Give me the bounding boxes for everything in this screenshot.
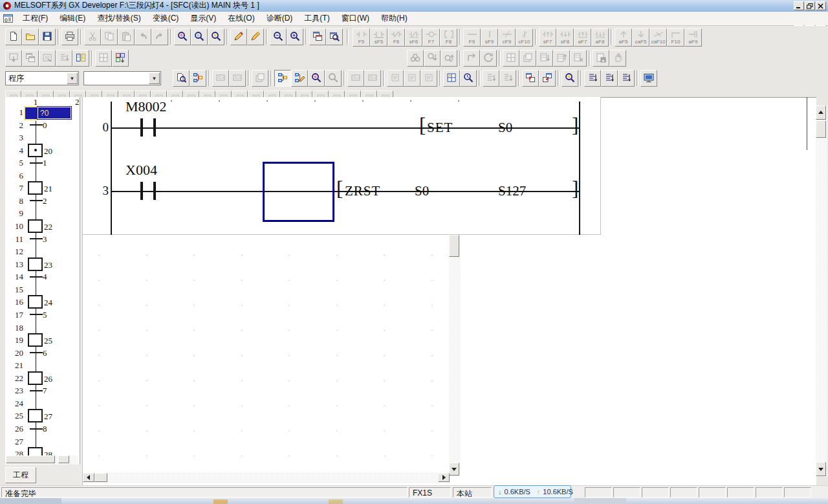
contact-label[interactable]: M8002 <box>125 98 167 115</box>
sfc-transition[interactable] <box>30 314 43 315</box>
sfc-transition[interactable] <box>30 428 43 430</box>
hscroll-left-button[interactable] <box>83 473 94 482</box>
sfc-display-button[interactable] <box>190 70 206 87</box>
sfc-transition[interactable] <box>30 238 43 239</box>
sfc-transition[interactable] <box>30 276 43 278</box>
sfc-symbol-button-9[interactable] <box>151 91 167 97</box>
device-grid-button[interactable] <box>503 50 519 67</box>
sfc-symbol-button-15[interactable] <box>248 91 264 97</box>
print-button[interactable] <box>61 28 78 45</box>
sfc-step-box[interactable] <box>28 257 43 271</box>
network-speed-widget[interactable]: ↓ 0.6KB/S ↑ 10.6KB/S <box>494 485 571 498</box>
ladder-symbol-sF5-button[interactable]: sF5 <box>370 28 387 47</box>
comment-display-button[interactable] <box>173 70 190 87</box>
sfc-step-box[interactable] <box>28 371 43 385</box>
monitor-find-button[interactable] <box>308 70 325 87</box>
sfc-symbol-button-18[interactable] <box>296 91 312 97</box>
menu-item-9[interactable]: 帮助(H) <box>375 11 413 26</box>
ladder-symbol-aF9-button[interactable]: aF9 <box>684 28 702 47</box>
menu-item-3[interactable]: 变换(C) <box>147 11 185 26</box>
sfc-transition[interactable] <box>30 352 43 353</box>
project-find-button[interactable] <box>326 28 343 45</box>
sfc-symbol-button-22[interactable] <box>361 91 377 97</box>
restore-button[interactable] <box>805 1 815 10</box>
sort-coil-button[interactable] <box>499 70 516 87</box>
ladder-symbol-F9-button[interactable]: F9 <box>463 28 481 47</box>
sfc-symbol-button-8[interactable] <box>135 91 151 97</box>
sfc-document-icon[interactable] <box>3 14 13 23</box>
register-up-button[interactable] <box>553 50 570 67</box>
register-clear-button[interactable] <box>570 50 587 67</box>
sfc-step-box[interactable] <box>28 181 43 195</box>
open-window-button[interactable] <box>522 70 539 87</box>
sfc-symbol-button-12[interactable] <box>199 91 215 97</box>
ladder-zoom-window[interactable]: M8002 0 [ SET S0 ] X004 3 [ ZRST S0 S127… <box>83 97 601 235</box>
sfc-symbol-button-14[interactable] <box>232 91 248 97</box>
sfc-transition[interactable] <box>30 124 43 126</box>
ladder-symbol-F7-button[interactable]: F7 <box>422 28 440 47</box>
close-button[interactable] <box>816 1 826 10</box>
zoom-block-button[interactable] <box>561 70 578 87</box>
chevron-down-icon[interactable]: ▼ <box>149 72 160 84</box>
menu-item-4[interactable]: 显示(V) <box>184 11 222 26</box>
pane-vscroll-thumb[interactable] <box>449 235 459 257</box>
sfc-step-box[interactable] <box>28 295 43 309</box>
sfc-symbol-button-4[interactable] <box>70 91 86 97</box>
pane-vscrollbar[interactable] <box>449 235 461 477</box>
sfc-symbol-button-16[interactable] <box>264 91 280 97</box>
ladder-symbol-F5-button[interactable]: F5 <box>353 28 370 47</box>
verify-button[interactable] <box>404 70 420 87</box>
copy-button[interactable] <box>101 28 118 45</box>
sfc-symbol-button-3[interactable] <box>54 91 70 97</box>
sort-branch-button[interactable] <box>618 70 635 87</box>
register-down-button[interactable] <box>536 50 553 67</box>
search-up-button[interactable] <box>441 50 457 67</box>
sfc-symbol-button-0[interactable] <box>5 91 21 97</box>
ladder-symbol-aF7-button[interactable]: aF7 <box>574 28 591 47</box>
sfc-step-box[interactable] <box>28 333 43 347</box>
operand-label[interactable]: S127 <box>498 183 526 199</box>
find-device-button[interactable] <box>191 28 208 45</box>
remote-stop-button[interactable] <box>364 70 381 87</box>
transfer-button[interactable] <box>420 70 437 87</box>
pane-vscroll-down-button[interactable] <box>449 463 459 476</box>
jump-button[interactable] <box>463 50 480 67</box>
ladder-symbol-sF7-button[interactable]: sF7 <box>539 28 556 47</box>
vscroll-thumb[interactable] <box>816 120 826 138</box>
sfc-hscroll-thumb[interactable] <box>6 455 55 463</box>
sfc-symbol-button-7[interactable] <box>118 91 135 97</box>
device-test-button[interactable] <box>212 70 229 87</box>
ladder-symbol-caF10-button[interactable]: caF10 <box>649 28 667 47</box>
data-kind-select[interactable]: 程序▼ <box>5 71 79 85</box>
layers-button[interactable] <box>519 50 536 67</box>
ladder-symbol-aF8-button[interactable]: aF8 <box>591 28 609 47</box>
sfc-transition[interactable] <box>30 200 43 201</box>
ladder-symbol-caF5-button[interactable]: caF5 <box>632 28 649 47</box>
sfc-copy-button[interactable] <box>22 50 39 67</box>
instruction-label[interactable]: SET <box>427 120 453 136</box>
sfc-symbol-button-6[interactable] <box>102 91 118 97</box>
minimize-button[interactable] <box>794 1 804 10</box>
vscroll-down-button[interactable] <box>816 462 826 476</box>
hscroll-thumb[interactable] <box>94 473 107 482</box>
block-view-button[interactable] <box>443 70 460 87</box>
undo-button[interactable] <box>135 28 151 45</box>
cut-button[interactable] <box>84 28 101 45</box>
sfc-symbol-button-17[interactable] <box>280 91 296 97</box>
sfc-edit-button[interactable] <box>291 70 308 87</box>
sfc-selected-step[interactable] <box>25 107 37 119</box>
sfc-symbol-button-13[interactable] <box>215 91 232 97</box>
instruction-label[interactable]: ZRST <box>345 183 380 199</box>
search-down-button[interactable] <box>424 50 441 67</box>
tile-windows-button[interactable] <box>309 28 326 45</box>
ladder-symbol-sF8-button[interactable]: sF8 <box>556 28 574 47</box>
ladder-symbol-sF9-button[interactable]: sF9 <box>481 28 498 47</box>
ladder-symbol-cF9-button[interactable]: cF9 <box>498 28 516 47</box>
main-hscrollbar[interactable] <box>83 473 450 483</box>
sfc-symbol-button-10[interactable] <box>167 91 183 97</box>
open-button[interactable] <box>22 28 39 45</box>
sfc-symbol-button-20[interactable] <box>329 91 345 97</box>
sort-down-button[interactable] <box>601 70 618 87</box>
find-string-button[interactable] <box>208 28 224 45</box>
menu-item-5[interactable]: 在线(O) <box>222 11 260 26</box>
